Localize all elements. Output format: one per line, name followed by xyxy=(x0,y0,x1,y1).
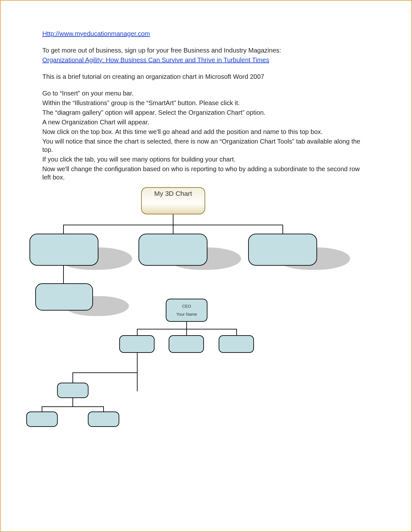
chart2-connector-sub-h xyxy=(72,372,138,373)
chart1-child-box-1 xyxy=(29,234,98,266)
chart2-leaf-box-2 xyxy=(88,411,119,427)
chart1-connector-v1 xyxy=(63,225,64,234)
chart2-connector-r4-v xyxy=(72,398,73,406)
chart2-connector-v1 xyxy=(137,329,138,335)
chart2-connector-sub-v xyxy=(137,353,138,391)
chart1-child-box-3 xyxy=(248,234,317,266)
step-6: You will notice that since the chart is … xyxy=(42,137,370,154)
step-8: Now we'll change the configuration based… xyxy=(42,165,370,181)
step-7: If you click the tab, you will see many … xyxy=(42,155,370,163)
org-chart-2: CEO Your Name xyxy=(26,299,283,433)
chart2-child-box-1 xyxy=(119,335,155,353)
chart2-root-title: CEO xyxy=(166,304,207,309)
document-frame: Http://www.myeducationmanager.com To get… xyxy=(0,0,412,532)
chart2-leaf-box-1 xyxy=(26,411,58,427)
chart1-connector-v3 xyxy=(282,225,283,234)
step-3: The “diagram gallery” option will appear… xyxy=(42,108,370,117)
promo-link[interactable]: Organizational Agility: How Business Can… xyxy=(42,56,269,63)
header-url-link[interactable]: Http://www.myeducationmanager.com xyxy=(42,30,150,37)
chart2-sub-box xyxy=(57,383,88,398)
chart1-connector xyxy=(173,214,173,225)
step-2: Within the “Illustrations” group is the … xyxy=(42,99,370,107)
step-4: A new Organization Chart will appear. xyxy=(42,118,370,126)
chart2-connector xyxy=(186,322,187,329)
chart1-root-box: My 3D Chart xyxy=(141,187,205,214)
promo-text: To get more out of business, sign up for… xyxy=(42,46,370,54)
chart1-sub-box xyxy=(35,283,93,311)
chart1-connector-v2 xyxy=(173,225,173,234)
chart2-connector-sub-v2 xyxy=(72,372,73,383)
promo-link-line: Organizational Agility: How Business Can… xyxy=(42,56,370,64)
header-url-line: Http://www.myeducationmanager.com xyxy=(42,29,370,38)
document-page: Http://www.myeducationmanager.com To get… xyxy=(10,10,402,522)
chart2-root-name: Your Name xyxy=(166,312,207,317)
chart2-connector-r4-h xyxy=(42,406,103,407)
step-5: Now click on the top box. At this time w… xyxy=(42,128,370,136)
chart2-connector-v3 xyxy=(236,329,237,335)
chart2-connector-v2 xyxy=(186,329,187,335)
intro-text: This is a brief tutorial on creating an … xyxy=(42,72,370,81)
chart1-root-label: My 3D Chart xyxy=(154,190,192,197)
chart2-child-box-3 xyxy=(219,335,254,353)
chart2-child-box-2 xyxy=(169,335,204,353)
step-1: Go to “Insert” on your menu bar. xyxy=(42,89,370,97)
chart1-child-box-2 xyxy=(139,234,207,266)
chart2-root-box: CEO Your Name xyxy=(166,299,207,322)
